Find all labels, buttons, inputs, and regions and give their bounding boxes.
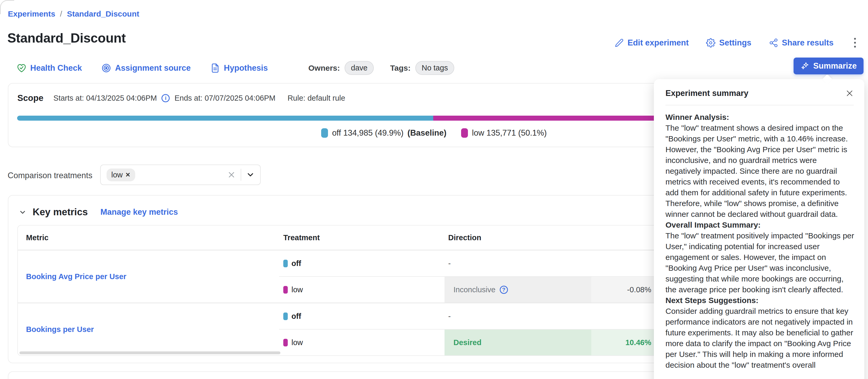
- heart-check-icon: [17, 63, 27, 73]
- remove-chip-icon[interactable]: ✕: [125, 171, 130, 178]
- treatment-name: low: [291, 285, 303, 294]
- direction-cell-desired: Desired: [444, 330, 591, 355]
- health-check-link[interactable]: Health Check: [17, 63, 82, 73]
- direction-cell: -: [444, 303, 591, 329]
- breadcrumb-experiments-link[interactable]: Experiments: [8, 9, 55, 19]
- metric-link-bookings-per-user[interactable]: Bookings per User: [26, 325, 94, 334]
- page-title: Standard_Discount: [7, 31, 126, 46]
- off-swatch-icon: [283, 260, 288, 267]
- value-cell: -0.08%: [591, 277, 664, 303]
- section-heading: Winner Analysis:: [665, 112, 854, 123]
- section-text: The "low" treatment positively impacted …: [665, 231, 854, 294]
- health-check-label: Health Check: [30, 63, 82, 73]
- share-results-button[interactable]: Share results: [769, 38, 834, 47]
- chevron-down-icon[interactable]: [246, 170, 255, 179]
- key-metrics-header: Key metrics Manage key metrics: [18, 207, 178, 218]
- off-swatch-icon: [321, 128, 328, 138]
- direction-cell: -: [444, 250, 591, 276]
- section-heading: Overall Impact Summary:: [665, 219, 854, 230]
- section-heading: Next Steps Suggestions:: [665, 295, 854, 306]
- legend-item-low: low 135,771 (50.1%): [461, 128, 547, 138]
- column-header-metric: Metric: [18, 233, 279, 242]
- column-header-direction: Direction: [444, 233, 591, 242]
- settings-button[interactable]: Settings: [706, 38, 751, 47]
- treatment-chip-low[interactable]: low ✕: [106, 169, 135, 181]
- clear-selection-icon[interactable]: [227, 171, 236, 179]
- metric-link-booking-avg-price[interactable]: Booking Avg Price per User: [26, 272, 126, 281]
- horizontal-scrollbar[interactable]: [20, 351, 280, 354]
- low-swatch-icon: [461, 128, 468, 138]
- experiment-summary-panel: Experiment summary Winner Analysis:The "…: [654, 79, 864, 379]
- column-header-treatment: Treatment: [279, 233, 444, 242]
- owners-label: Owners:: [308, 64, 340, 73]
- legend-item-off: off 134,985 (49.9%) (Baseline): [321, 128, 446, 138]
- subheader-row: Health Check Assignment source Hypothesi…: [17, 61, 454, 75]
- low-swatch-icon: [283, 339, 288, 346]
- legend-baseline-text: (Baseline): [407, 128, 446, 138]
- assignment-source-link[interactable]: Assignment source: [101, 63, 191, 73]
- settings-label: Settings: [719, 38, 751, 47]
- tags-pill[interactable]: No tags: [415, 61, 454, 75]
- more-options-button[interactable]: [851, 36, 859, 49]
- allocation-segment-off: [17, 116, 433, 120]
- sparkles-icon: [800, 61, 810, 71]
- summarize-button[interactable]: Summarize: [794, 58, 864, 74]
- manage-key-metrics-link[interactable]: Manage key metrics: [100, 207, 178, 217]
- treatment-chip-label: low: [111, 171, 123, 179]
- info-icon[interactable]: i: [161, 94, 169, 102]
- breadcrumb-separator: /: [60, 9, 62, 19]
- header-actions: Edit experiment Settings Share results: [614, 36, 859, 49]
- value-cell: [591, 303, 664, 329]
- tags-label: Tags:: [390, 64, 411, 73]
- pencil-icon: [614, 38, 624, 47]
- summarize-label: Summarize: [813, 61, 857, 71]
- hypothesis-label: Hypothesis: [224, 63, 268, 73]
- owner-pill[interactable]: dave: [345, 61, 374, 75]
- key-metrics-title: Key metrics: [33, 207, 88, 218]
- summary-section-overall-impact: Overall Impact Summary:The "low" treatme…: [665, 219, 854, 295]
- value-cell: [591, 250, 664, 276]
- collapse-chevron-icon[interactable]: [18, 207, 27, 217]
- metric-cell: Booking Avg Price per User: [18, 250, 279, 303]
- scope-rule: Rule: default rule: [287, 94, 345, 103]
- close-icon[interactable]: [845, 89, 854, 98]
- metric-cell: Bookings per User: [18, 303, 279, 355]
- section-text: The "low" treatment shows a desired impa…: [665, 124, 848, 218]
- legend-low-text: low 135,771 (50.1%): [472, 128, 547, 138]
- breadcrumb-current-link[interactable]: Standard_Discount: [67, 9, 139, 19]
- treatment-name: off: [291, 312, 301, 321]
- comparison-treatments-label: Comparison treatments: [8, 171, 92, 180]
- question-help-icon[interactable]: ?: [500, 286, 508, 294]
- select-divider: [241, 169, 241, 181]
- treatment-name: off: [291, 259, 301, 268]
- panel-body: Winner Analysis:The "low" treatment show…: [654, 105, 864, 370]
- hypothesis-link[interactable]: Hypothesis: [210, 63, 268, 73]
- target-icon: [101, 63, 111, 73]
- document-icon: [210, 63, 220, 73]
- summary-section-next-steps: Next Steps Suggestions:Consider adding g…: [665, 295, 854, 370]
- experiment-detail-page: Experiments / Standard_Discount Standard…: [0, 0, 868, 379]
- legend-off-text: off 134,985 (49.9%): [332, 128, 403, 138]
- low-swatch-icon: [283, 286, 288, 294]
- edit-experiment-label: Edit experiment: [628, 38, 689, 47]
- scope-starts-at: Starts at: 04/13/2025 04:06PM: [53, 94, 157, 103]
- gear-icon: [706, 38, 715, 47]
- direction-label: Inconclusive: [454, 285, 496, 294]
- share-results-label: Share results: [782, 38, 834, 47]
- scope-header: Scope Starts at: 04/13/2025 04:06PM i En…: [18, 93, 345, 103]
- off-swatch-icon: [283, 312, 288, 320]
- panel-title: Experiment summary: [665, 89, 748, 98]
- panel-header: Experiment summary: [654, 79, 864, 98]
- summary-section-winner-analysis: Winner Analysis:The "low" treatment show…: [665, 112, 854, 219]
- edit-experiment-button[interactable]: Edit experiment: [614, 38, 689, 47]
- scope-ends-at: Ends at: 07/07/2025 04:06PM: [175, 94, 275, 103]
- breadcrumb: Experiments / Standard_Discount: [8, 9, 139, 19]
- assignment-source-label: Assignment source: [115, 63, 191, 73]
- scope-title: Scope: [18, 93, 43, 103]
- section-text: Consider adding guardrail metrics to ens…: [665, 307, 853, 369]
- treatment-name: low: [291, 338, 303, 347]
- direction-cell-inconclusive: Inconclusive ?: [444, 277, 591, 303]
- comparison-treatments-select[interactable]: low ✕: [100, 165, 261, 185]
- share-icon: [769, 38, 778, 47]
- value-cell: 10.46%: [591, 330, 664, 355]
